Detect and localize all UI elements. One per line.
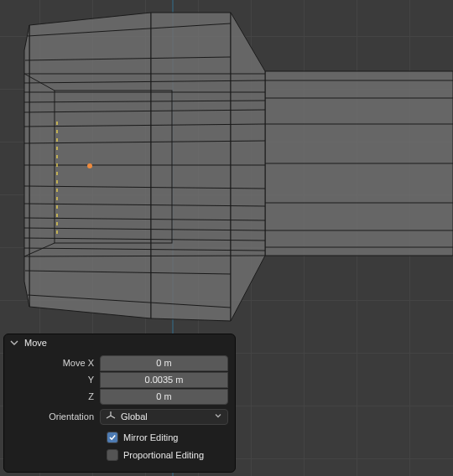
orientation-select[interactable]: Global [100, 409, 228, 425]
disclosure-triangle-icon [9, 338, 19, 348]
operator-panel-move: Move Move X 0 m Y 0.0035 m Z 0 m [3, 334, 236, 473]
mirror-editing-checkbox[interactable] [107, 432, 118, 443]
viewport-3d[interactable]: Move Move X 0 m Y 0.0035 m Z 0 m [0, 0, 453, 476]
mirror-editing-label: Mirror Editing [123, 432, 178, 442]
move-y-label: Y [6, 375, 100, 385]
orientation-label: Orientation [6, 411, 100, 422]
panel-header[interactable]: Move [4, 334, 235, 351]
move-x-label: Move X [6, 358, 100, 368]
move-z-field[interactable]: 0 m [100, 389, 228, 405]
move-z-label: Z [6, 391, 100, 401]
panel-title: Move [24, 338, 47, 348]
axes-icon [106, 411, 116, 422]
panel-body: Move X 0 m Y 0.0035 m Z 0 m Orientation [4, 351, 235, 463]
move-z-value: 0 m [156, 391, 171, 401]
move-x-field[interactable]: 0 m [100, 355, 228, 371]
move-y-value: 0.0035 m [145, 375, 184, 385]
proportional-editing-label: Proportional Editing [123, 450, 204, 460]
proportional-editing-checkbox[interactable] [107, 449, 118, 461]
orientation-value: Global [121, 411, 148, 422]
move-x-value: 0 m [156, 358, 171, 368]
chevron-down-icon [214, 411, 222, 422]
move-y-field[interactable]: 0.0035 m [100, 372, 228, 388]
